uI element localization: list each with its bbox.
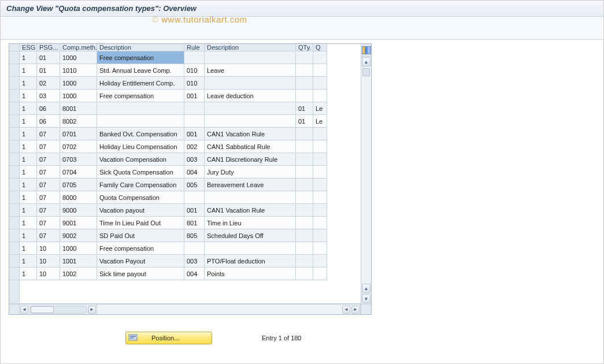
cell-description-2[interactable]: Bereavement Leave [205, 179, 296, 191]
cell-q[interactable]: Le [313, 102, 327, 115]
cell-description-2[interactable] [205, 191, 296, 204]
cell-comp[interactable]: 8002 [60, 115, 97, 128]
cell-qty[interactable] [296, 242, 313, 255]
cell-psg[interactable]: 10 [37, 268, 60, 280]
cell-description-2[interactable]: Time in Lieu [205, 217, 296, 229]
cell-q[interactable] [313, 77, 327, 90]
cell-rule[interactable]: 003 [184, 255, 205, 268]
cell-esg[interactable]: 1 [20, 51, 37, 64]
cell-q[interactable] [313, 191, 327, 204]
cell-rule[interactable] [184, 115, 205, 128]
cell-esg[interactable]: 1 [20, 128, 37, 140]
scroll-down-button[interactable]: ▼ [362, 294, 370, 303]
cell-description-2[interactable]: Jury Duty [205, 166, 296, 179]
cell-esg[interactable]: 1 [20, 204, 37, 217]
cell-psg[interactable]: 07 [37, 191, 60, 204]
cell-comp[interactable]: 1001 [60, 255, 97, 268]
cell-q[interactable] [313, 204, 327, 217]
cell-qty[interactable] [296, 217, 313, 229]
table-row[interactable]: 1078000Quota Compensation [9, 191, 361, 204]
table-row[interactable]: 1011010Std. Annual Leave Comp.010Leave [9, 64, 361, 77]
table-row[interactable]: 1079000Vacation payout001CAN1 Vacation R… [9, 204, 361, 217]
cell-psg[interactable]: 03 [37, 90, 60, 102]
table-row[interactable]: 1079001Time In Lieu Paid Out801Time in L… [9, 217, 361, 229]
cell-comp[interactable]: 1002 [60, 268, 97, 280]
scroll-thumb[interactable] [362, 68, 370, 76]
cell-comp[interactable]: 0702 [60, 140, 97, 153]
cell-esg[interactable]: 1 [20, 217, 37, 229]
cell-comp[interactable]: 9000 [60, 204, 97, 217]
cell-qty[interactable]: 01 [296, 102, 313, 115]
cell-description-1[interactable]: Family Care Compensation [97, 179, 184, 191]
cell-esg[interactable]: 1 [20, 179, 37, 191]
cell-qty[interactable] [296, 255, 313, 268]
cell-description-1[interactable]: Sick time payout [97, 268, 184, 280]
scroll-up-button-2[interactable]: ▲ [362, 284, 370, 293]
scroll-track[interactable] [361, 67, 371, 284]
cell-rule[interactable]: 002 [184, 140, 205, 153]
cell-rule[interactable]: 001 [184, 128, 205, 140]
scroll-up-button[interactable]: ▲ [362, 57, 370, 66]
cell-rule[interactable]: 805 [184, 229, 205, 242]
cell-psg[interactable]: 10 [37, 242, 60, 255]
cell-description-2[interactable]: PTO/Float deduction [205, 255, 296, 268]
cell-psg[interactable]: 06 [37, 102, 60, 115]
cell-description-2[interactable]: CAN1 Vacation Rule [205, 128, 296, 140]
cell-rule[interactable]: 001 [184, 90, 205, 102]
cell-esg[interactable]: 1 [20, 166, 37, 179]
cell-q[interactable] [313, 128, 327, 140]
cell-description-1[interactable]: Free compensation [97, 90, 184, 102]
table-config-icon[interactable] [361, 44, 371, 57]
cell-comp[interactable]: 0705 [60, 179, 97, 191]
cell-qty[interactable] [296, 179, 313, 191]
cell-esg[interactable]: 1 [20, 268, 37, 280]
cell-psg[interactable]: 01 [37, 64, 60, 77]
cell-q[interactable] [313, 140, 327, 153]
cell-comp[interactable]: 1000 [60, 90, 97, 102]
cell-psg[interactable]: 07 [37, 166, 60, 179]
cell-comp[interactable]: 8001 [60, 102, 97, 115]
scroll-left-button-fixed[interactable]: ◄ [20, 306, 28, 314]
cell-rule[interactable]: 004 [184, 268, 205, 280]
cell-description-2[interactable]: CAN1 Discretionary Rule [205, 153, 296, 166]
col-rule[interactable]: Rule [184, 44, 205, 51]
cell-esg[interactable]: 1 [20, 102, 37, 115]
cell-esg[interactable]: 1 [20, 229, 37, 242]
cell-q[interactable] [313, 255, 327, 268]
cell-q[interactable] [313, 229, 327, 242]
cell-description-1[interactable]: Time In Lieu Paid Out [97, 217, 184, 229]
cell-description-2[interactable] [205, 51, 296, 64]
cell-q[interactable] [313, 242, 327, 255]
cell-psg[interactable]: 07 [37, 128, 60, 140]
cell-psg[interactable]: 07 [37, 217, 60, 229]
cell-q[interactable] [313, 217, 327, 229]
cell-qty[interactable]: 01 [296, 115, 313, 128]
cell-description-2[interactable] [205, 242, 296, 255]
cell-description-2[interactable] [205, 115, 296, 128]
cell-description-1[interactable]: Free compensation [97, 242, 184, 255]
cell-qty[interactable] [296, 191, 313, 204]
cell-qty[interactable] [296, 51, 313, 64]
table-row[interactable]: 106800101Le [9, 102, 361, 115]
cell-qty[interactable] [296, 229, 313, 242]
cell-description-1[interactable] [97, 115, 184, 128]
cell-esg[interactable]: 1 [20, 140, 37, 153]
table-row[interactable]: 1070701Banked Ovt. Compensation001CAN1 V… [9, 128, 361, 140]
cell-description-2[interactable] [205, 77, 296, 90]
scroll-right-button-fixed[interactable]: ► [88, 306, 96, 314]
cell-qty[interactable] [296, 128, 313, 140]
col-comp-meth[interactable]: Comp.meth. [60, 44, 97, 51]
cell-description-1[interactable]: Free compensation [97, 51, 184, 64]
cell-comp[interactable]: 0701 [60, 128, 97, 140]
cell-description-1[interactable]: Vacation Payout [97, 255, 184, 268]
position-button[interactable]: Position... [125, 332, 212, 344]
cell-qty[interactable] [296, 268, 313, 280]
cell-qty[interactable] [296, 77, 313, 90]
table-row[interactable]: 1031000Free compensation001Leave deducti… [9, 90, 361, 102]
cell-description-1[interactable]: Quota Compensation [97, 191, 184, 204]
cell-q[interactable] [313, 179, 327, 191]
cell-comp[interactable]: 9001 [60, 217, 97, 229]
table-row[interactable]: 1101000Free compensation [9, 242, 361, 255]
cell-psg[interactable]: 01 [37, 51, 60, 64]
cell-q[interactable] [313, 153, 327, 166]
